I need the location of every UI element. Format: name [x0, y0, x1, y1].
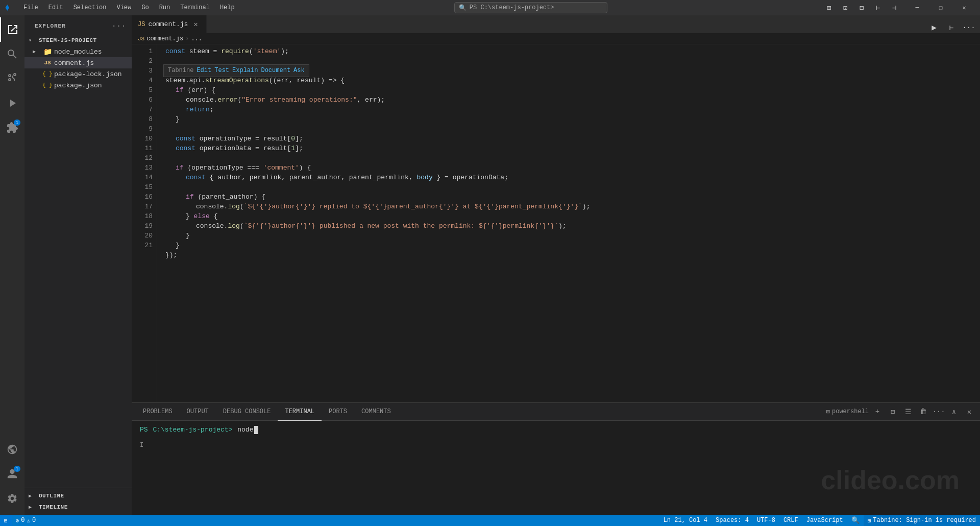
status-remote[interactable]: ⊞	[0, 515, 12, 526]
panel-tab-ports[interactable]: PORTS	[322, 403, 354, 421]
sidebar-title: EXPLORER	[35, 23, 66, 29]
panel-actions: ⊞ powershell + ⊟ ☰ 🗑 ··· ∧ ✕	[826, 405, 976, 418]
remote-icon: ⊞	[4, 517, 8, 524]
menu-help[interactable]: Help	[215, 3, 240, 12]
tabnine-hint-row: Tabnine Edit Test Explain Document Ask	[165, 66, 980, 76]
account-activity-icon[interactable]: 1	[0, 462, 24, 486]
more-terminal-icon[interactable]: ···	[932, 405, 945, 418]
maximize-button[interactable]: ❐	[929, 0, 952, 15]
search-activity-icon[interactable]	[0, 42, 24, 66]
global-search-box[interactable]: 🔍 PS C:\steem-js-project>	[454, 2, 607, 13]
tabnine-status-text: Tabnine: Sign-in is required	[873, 517, 976, 524]
tab-bar: JS comment.js ✕ ▶ ⊢ ···	[132, 15, 980, 33]
editor-area: JS comment.js ✕ ▶ ⊢ ··· JS comment.js › …	[132, 15, 980, 515]
layout5-icon[interactable]: ⊣	[887, 2, 901, 13]
more-actions-icon[interactable]: ···	[962, 22, 976, 33]
status-language[interactable]: JavaScript	[802, 515, 847, 526]
status-search[interactable]: 🔍	[847, 515, 864, 526]
tree-item-package-lock[interactable]: { } package-lock.json	[24, 68, 132, 80]
panel-tab-terminal[interactable]: TERMINAL	[278, 403, 322, 421]
status-errors[interactable]: ⊗ 0 ⚠ 0	[12, 515, 40, 526]
json-file-icon: { }	[43, 69, 52, 79]
status-spaces[interactable]: Spaces: 4	[712, 515, 753, 526]
layout4-icon[interactable]: ⊢	[871, 2, 885, 13]
layout-terminal-icon[interactable]: ☰	[901, 405, 915, 418]
outline-section[interactable]: ▶ OUTLINE	[24, 490, 132, 501]
source-control-activity-icon[interactable]	[0, 66, 24, 91]
code-line-15: if (parent_author) {	[165, 192, 980, 202]
terminal-content[interactable]: PS C:\steem-js-project> node I	[132, 421, 980, 515]
status-right: Ln 21, Col 4 Spaces: 4 UTF-8 CRLF JavaSc…	[659, 515, 980, 526]
menu-go[interactable]: Go	[136, 3, 154, 12]
tabnine-edit[interactable]: Edit	[197, 66, 211, 76]
menu-bar: File Edit Selection View Go Run Terminal…	[18, 3, 240, 12]
run-file-icon[interactable]: ▶	[927, 22, 941, 33]
close-button[interactable]: ✕	[952, 0, 976, 15]
code-line-21: });	[165, 250, 980, 260]
status-eol[interactable]: CRLF	[779, 515, 802, 526]
add-terminal-icon[interactable]: +	[871, 405, 884, 418]
layout2-icon[interactable]: ⊡	[838, 2, 852, 13]
tab-close-icon[interactable]: ✕	[191, 20, 200, 29]
tabnine-ask[interactable]: Ask	[293, 66, 305, 76]
trash-terminal-icon[interactable]: 🗑	[917, 405, 930, 418]
code-editor[interactable]: 12345 678910 1112131415 1617181920 21 co…	[132, 44, 980, 402]
js-file-icon: JS	[43, 58, 52, 67]
extensions-activity-icon[interactable]: 1	[0, 115, 24, 140]
status-encoding[interactable]: UTF-8	[753, 515, 779, 526]
tree-item-package-json[interactable]: { } package.json	[24, 80, 132, 91]
menu-file[interactable]: File	[18, 3, 43, 12]
panel-tab-comments[interactable]: COMMENTS	[354, 403, 398, 421]
settings-activity-icon[interactable]	[0, 486, 24, 511]
code-content[interactable]: const steem = require('steem'); Tabnine …	[157, 44, 980, 402]
breadcrumb-filename[interactable]: comment.js	[146, 35, 183, 42]
error-icon: ⊗	[16, 517, 19, 524]
tab-file-icon: JS	[138, 21, 145, 28]
expand-panel-icon[interactable]: ∧	[947, 405, 961, 418]
status-line-col[interactable]: Ln 21, Col 4	[659, 515, 712, 526]
code-line-20: }	[165, 241, 980, 250]
code-line-11	[165, 153, 980, 163]
sidebar: EXPLORER ··· ▾ STEEM-JS-PROJECT ▶ 📁 node…	[24, 15, 132, 515]
search-area: 🔍 PS C:\steem-js-project>	[240, 2, 822, 13]
remote-activity-icon[interactable]	[0, 437, 24, 462]
sidebar-more-icon[interactable]: ···	[114, 21, 124, 31]
warning-count: 0	[32, 517, 36, 524]
tree-item-node-modules[interactable]: ▶ 📁 node_modules	[24, 46, 132, 57]
app-logo	[4, 3, 14, 13]
error-count: 0	[21, 517, 24, 524]
explorer-activity-icon[interactable]	[0, 17, 24, 42]
layout3-icon[interactable]: ⊟	[854, 2, 869, 13]
code-line-10: const operationData = result[1];	[165, 144, 980, 153]
code-line-4: if (err) {	[165, 85, 980, 95]
title-bar: File Edit Selection View Go Run Terminal…	[0, 0, 980, 15]
menu-terminal[interactable]: Terminal	[175, 3, 215, 12]
panel-tab-debug[interactable]: DEBUG CONSOLE	[216, 403, 278, 421]
run-debug-activity-icon[interactable]	[0, 91, 24, 115]
tabnine-document[interactable]: Document	[261, 66, 290, 76]
menu-view[interactable]: View	[111, 3, 136, 12]
menu-edit[interactable]: Edit	[43, 3, 68, 12]
panel-tab-problems[interactable]: PROBLEMS	[136, 403, 180, 421]
split-editor-icon[interactable]: ⊢	[944, 22, 959, 33]
tree-spacer	[33, 71, 41, 77]
close-panel-icon[interactable]: ✕	[963, 405, 976, 418]
tree-root-item[interactable]: ▾ STEEM-JS-PROJECT	[24, 35, 132, 46]
terminal-cursor	[254, 426, 258, 434]
code-line-14	[165, 182, 980, 192]
breadcrumb-sep: ›	[185, 35, 189, 42]
timeline-section[interactable]: ▶ TIMELINE	[24, 501, 132, 513]
tree-item-comment-js[interactable]: JS comment.js	[24, 57, 132, 68]
tabnine-explain[interactable]: Explain	[232, 66, 258, 76]
layout-icon[interactable]: ⊞	[822, 2, 836, 13]
status-tabnine[interactable]: ⊞ Tabnine: Sign-in is required	[864, 515, 980, 526]
split-terminal-icon[interactable]: ⊟	[886, 405, 899, 418]
breadcrumb-file: JS	[138, 36, 144, 42]
menu-run[interactable]: Run	[154, 3, 176, 12]
tabnine-test[interactable]: Test	[214, 66, 229, 76]
editor-tab-comment-js[interactable]: JS comment.js ✕	[132, 15, 207, 33]
panel-tab-output[interactable]: OUTPUT	[180, 403, 216, 421]
menu-selection[interactable]: Selection	[68, 3, 112, 12]
minimize-button[interactable]: —	[905, 0, 929, 15]
terminal-cursor-area: I	[140, 435, 972, 450]
